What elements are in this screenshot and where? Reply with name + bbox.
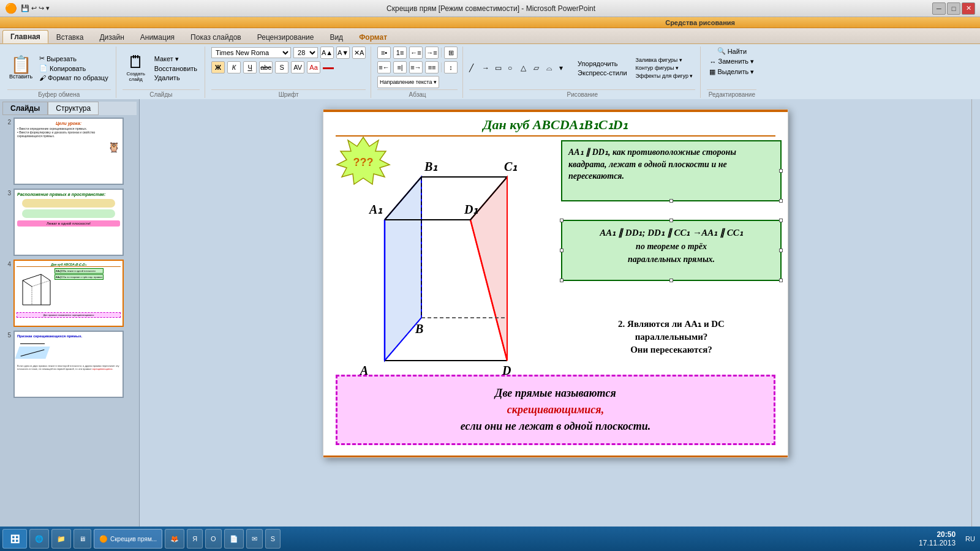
underline-btn[interactable]: Ч bbox=[243, 61, 257, 73]
font-size-up-btn[interactable]: A▲ bbox=[320, 47, 334, 59]
window-controls[interactable]: ─ □ ✕ bbox=[932, 2, 975, 15]
shape-line[interactable]: ╱ bbox=[469, 64, 481, 72]
taskbar-firefox[interactable]: 🦊 bbox=[165, 529, 184, 549]
shape-circle[interactable]: ○ bbox=[508, 64, 520, 72]
tab-view[interactable]: Вид bbox=[322, 31, 351, 43]
selection-handle2-tm[interactable] bbox=[669, 219, 673, 222]
svg-line-1 bbox=[23, 274, 41, 280]
selection-handle2-tl[interactable] bbox=[560, 219, 564, 222]
tab-animation[interactable]: Анимация bbox=[132, 31, 183, 43]
slide-canvas[interactable]: Дан куб ABCDA₁B₁C₁D₁ ??? bbox=[323, 109, 788, 458]
tab-slideshow[interactable]: Показ слайдов bbox=[183, 31, 249, 43]
tab-review[interactable]: Рецензирование bbox=[249, 31, 322, 43]
selection-handle2-tr[interactable] bbox=[779, 219, 783, 222]
find-btn[interactable]: 🔍 Найти bbox=[715, 47, 749, 56]
cut-button[interactable]: ✂ Вырезать bbox=[37, 54, 111, 63]
taskbar-computer[interactable]: 🖥 bbox=[74, 529, 91, 549]
line-spacing-btn[interactable]: ↕ bbox=[444, 61, 458, 73]
right-scrollbar[interactable] bbox=[971, 99, 980, 527]
italic-btn[interactable]: К bbox=[227, 61, 241, 73]
thumb-box-2[interactable]: Цели урока: • Ввести определение скрещив… bbox=[13, 118, 124, 185]
taskbar-yandex[interactable]: Я bbox=[187, 529, 203, 549]
tab-design[interactable]: Дизайн bbox=[91, 31, 132, 43]
selection-handle2-br[interactable] bbox=[779, 279, 783, 282]
font-row1: Times New Roma 28 A▲ A▼ ✕A bbox=[211, 47, 366, 59]
copy-button[interactable]: 📄 Копировать bbox=[37, 64, 111, 73]
quick-styles-btn[interactable]: Экспресс-стили bbox=[575, 69, 629, 77]
shape-arrow[interactable]: → bbox=[482, 64, 494, 72]
shape-trap[interactable]: ⌓ bbox=[546, 64, 559, 72]
tab-format[interactable]: Формат bbox=[351, 31, 395, 43]
spacing-btn[interactable]: AV bbox=[291, 61, 304, 73]
selection-handle2-ml[interactable] bbox=[560, 249, 564, 252]
slide-thumb-2[interactable]: 2 Цели урока: • Ввести определение скрещ… bbox=[2, 118, 137, 185]
panel-tab-outline[interactable]: Структура bbox=[48, 102, 99, 115]
delete-button[interactable]: Удалить bbox=[152, 73, 200, 82]
cols-btn[interactable]: ⊞ bbox=[444, 47, 458, 59]
selection-handle-mr[interactable] bbox=[779, 169, 783, 173]
shape-more[interactable]: ▾ bbox=[559, 64, 571, 72]
selection-handle-bm[interactable] bbox=[669, 199, 673, 203]
shape-para[interactable]: ▱ bbox=[533, 64, 546, 72]
reset-button[interactable]: Восстановить bbox=[152, 64, 200, 73]
taskbar-ie[interactable]: 🌐 bbox=[29, 529, 49, 549]
font-color-btn[interactable]: Aa bbox=[307, 61, 320, 73]
increase-btn[interactable]: →≡ bbox=[425, 47, 439, 59]
selection-handle2-bl[interactable] bbox=[560, 279, 564, 282]
taskbar-skype[interactable]: S bbox=[265, 529, 281, 549]
effects-btn[interactable]: Эффекты для фигур ▾ bbox=[633, 72, 696, 80]
shape-rect[interactable]: ▭ bbox=[495, 64, 507, 72]
selection-handle2-mr[interactable] bbox=[779, 249, 783, 252]
close-btn[interactable]: ✕ bbox=[962, 2, 975, 15]
shadow-btn[interactable]: S bbox=[275, 61, 288, 73]
thumb-box-5[interactable]: Признак скрещивающихся прямых. Если одна… bbox=[13, 331, 124, 398]
thumb-box-3[interactable]: Расположение прямых в пространстве: Лежа… bbox=[13, 189, 124, 256]
replace-btn[interactable]: ↔ Заменить ▾ bbox=[707, 57, 757, 66]
bullets-btn[interactable]: ≡• bbox=[377, 47, 391, 59]
new-slide-button[interactable]: 🗒 Создать слайд bbox=[123, 50, 149, 86]
pp-label: Скрещив прям... bbox=[110, 536, 157, 542]
clear-format-btn[interactable]: ✕A bbox=[352, 47, 366, 59]
font-size-select[interactable]: 28 bbox=[293, 47, 318, 58]
tab-home[interactable]: Главная bbox=[2, 30, 48, 43]
slide-thumb-5[interactable]: 5 Признак скрещивающихся прямых. Если од… bbox=[2, 331, 137, 398]
start-button[interactable]: ⊞ bbox=[2, 529, 27, 549]
taskbar: ⊞ 🌐 📁 🖥 🟠 Скрещив прям... 🦊 Я O 📄 ✉ S 20… bbox=[0, 527, 980, 551]
selection-handle-br[interactable] bbox=[779, 199, 783, 203]
maximize-btn[interactable]: □ bbox=[947, 2, 960, 15]
align-right-btn[interactable]: ≡→ bbox=[409, 61, 423, 73]
taskbar-powerpoint[interactable]: 🟠 Скрещив прям... bbox=[94, 529, 162, 549]
drawing-label: Рисование bbox=[469, 89, 695, 98]
align-center-btn[interactable]: ≡| bbox=[393, 61, 407, 73]
slide-thumb-3[interactable]: 3 Расположение прямых в пространстве: Ле… bbox=[2, 189, 137, 256]
decrease-btn[interactable]: ←≡ bbox=[409, 47, 423, 59]
format-painter-button[interactable]: 🖌 Формат по образцу bbox=[37, 73, 111, 82]
text-direction-btn[interactable]: Направление текста ▾ bbox=[377, 76, 439, 88]
panel-tab-slides[interactable]: Слайды bbox=[2, 102, 48, 115]
bold-btn[interactable]: Ж bbox=[211, 61, 225, 73]
thumb-box-4[interactable]: Дан куб ABCDA₁B₁C₁D₁ bbox=[13, 260, 124, 327]
font-size-down-btn[interactable]: A▼ bbox=[336, 47, 350, 59]
select-btn[interactable]: ▦ Выделить ▾ bbox=[707, 67, 756, 77]
shape-tri[interactable]: △ bbox=[521, 64, 533, 72]
paste-button[interactable]: 📋 Вставить bbox=[7, 50, 34, 86]
taskbar-opera[interactable]: O bbox=[205, 529, 222, 549]
arrange-btn[interactable]: Упорядочить bbox=[575, 59, 629, 68]
slide-thumb-4[interactable]: 4 Дан куб ABCDA₁B₁C₁D₁ bbox=[2, 260, 137, 327]
numbered-btn[interactable]: 1≡ bbox=[393, 47, 407, 59]
justify-btn[interactable]: ≡≡ bbox=[425, 61, 439, 73]
tab-insert[interactable]: Вставка bbox=[48, 31, 92, 43]
outline-btn[interactable]: Контур фигуры ▾ bbox=[633, 64, 696, 72]
font-name-select[interactable]: Times New Roma bbox=[211, 47, 291, 58]
taskbar-explorer[interactable]: 📁 bbox=[51, 529, 71, 549]
strikethrough-btn[interactable]: abc bbox=[259, 61, 273, 73]
layout-button[interactable]: Макет ▾ bbox=[152, 54, 200, 64]
slide-num-3: 3 bbox=[2, 190, 11, 197]
fill-btn[interactable]: Заливка фигуры ▾ bbox=[633, 56, 696, 64]
align-left-btn[interactable]: ≡← bbox=[377, 61, 391, 73]
selection-handle2-bm[interactable] bbox=[669, 279, 673, 282]
minimize-btn[interactable]: ─ bbox=[932, 2, 946, 15]
quick-access: 💾 ↩ ↪ ▾ bbox=[21, 4, 50, 12]
taskbar-word[interactable]: 📄 bbox=[224, 529, 244, 549]
taskbar-mail[interactable]: ✉ bbox=[246, 529, 263, 549]
